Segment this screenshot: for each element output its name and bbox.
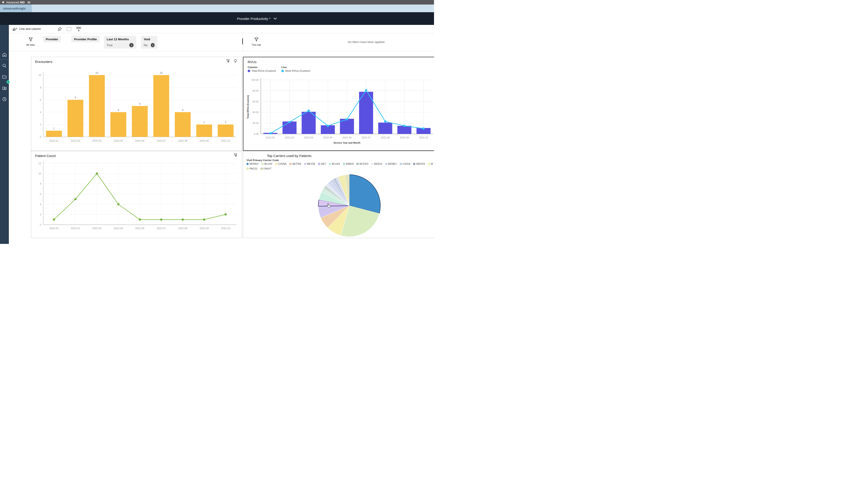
chip-label: Void [144, 38, 155, 41]
svg-text:2022-04: 2022-04 [323, 136, 332, 139]
folder-icon[interactable] [2, 74, 7, 79]
svg-text:2022-04: 2022-04 [114, 227, 123, 230]
tab-strip: AdvancedInsight [0, 4, 434, 12]
svg-text:Total RVUs (Custom): Total RVUs (Custom) [247, 95, 249, 119]
svg-text:10: 10 [96, 71, 98, 74]
widget-filter-icon[interactable] [226, 59, 230, 63]
filter-panel: All tabs Provider Provider Profile Last … [9, 33, 434, 51]
svg-text:100.00: 100.00 [251, 78, 259, 81]
svg-text:2022-02: 2022-02 [71, 139, 80, 142]
report-title: Provider Productivity * [237, 17, 271, 21]
svg-text:4: 4 [40, 111, 41, 113]
home-icon[interactable] [2, 52, 7, 57]
brand-md: MD [20, 1, 25, 4]
rvus-column-line-chart[interactable]: 0.0020.0040.0060.0080.00100.00Total RVUs… [243, 57, 434, 151]
encounters-card: Encounters 0246810161045104222022-012022… [31, 57, 242, 151]
advancedmd-bird-icon [2, 1, 5, 4]
widget-filter-icon[interactable] [233, 153, 238, 158]
filter-chip-void[interactable]: Void No 1 [141, 36, 157, 48]
this-tab-filter-icon[interactable] [254, 37, 259, 42]
svg-text:2022-08: 2022-08 [178, 139, 187, 142]
svg-text:10: 10 [38, 74, 41, 76]
svg-text:2022-06: 2022-06 [135, 139, 144, 142]
patient-count-line-chart[interactable]: 0246810122022-012022-022022-032022-04202… [31, 151, 242, 238]
filter-chip-provider[interactable]: Provider [43, 36, 61, 42]
encounters-title: Encounters [35, 60, 52, 64]
svg-text:2022-10: 2022-10 [221, 227, 230, 230]
svg-text:2022-04: 2022-04 [114, 139, 123, 142]
tab-label: AdvancedInsight [3, 7, 26, 10]
selection-rect-icon[interactable] [67, 27, 71, 31]
search-icon[interactable] [2, 63, 7, 68]
svg-text:2022-09: 2022-09 [200, 227, 209, 230]
chart-type-label[interactable]: Line and column [19, 27, 41, 31]
svg-text:2022-09: 2022-09 [200, 139, 209, 142]
top-brand-bar: AdvancedMD AI [0, 0, 434, 4]
history-clock-icon[interactable] [2, 97, 7, 102]
svg-text:10: 10 [38, 172, 41, 175]
sidebar-divider [0, 59, 9, 60]
svg-text:80.00: 80.00 [252, 89, 259, 92]
svg-text:2022-07: 2022-07 [362, 136, 371, 139]
svg-text:2022-02: 2022-02 [71, 227, 80, 230]
tab-advancedinsight[interactable]: AdvancedInsight [0, 4, 32, 12]
filter-panel-divider-handle[interactable] [242, 38, 243, 44]
svg-text:2: 2 [225, 121, 226, 124]
table-export-icon[interactable] [76, 27, 81, 32]
pin-icon[interactable] [58, 27, 62, 32]
chip-count-badge: 1 [129, 43, 133, 47]
notification-dot [6, 80, 10, 84]
filter-chip-provider-profile[interactable]: Provider Profile [71, 36, 100, 42]
advancedmd-brand: AdvancedMD AI [0, 1, 30, 4]
report-title-chevron-icon [274, 18, 277, 20]
mouse-hand-cursor [326, 203, 332, 208]
chip-count-badge: 1 [151, 43, 155, 47]
svg-text:6: 6 [75, 96, 76, 99]
chip-value: No [144, 43, 148, 47]
svg-text:0.00: 0.00 [254, 133, 259, 135]
svg-text:12: 12 [38, 162, 41, 165]
this-tab-label: This tab [247, 43, 265, 46]
insights-lightbulb-icon[interactable] [233, 59, 238, 63]
top-carriers-title: Top Carriers used by Patients [267, 154, 312, 158]
svg-text:1: 1 [53, 127, 55, 130]
svg-text:8: 8 [40, 182, 41, 185]
svg-text:2022-02: 2022-02 [285, 136, 294, 139]
filter-chip-last-12-months[interactable]: Last 12 Months True 1 [104, 36, 136, 48]
svg-text:60.00: 60.00 [252, 100, 259, 103]
shared-folder-icon[interactable] [2, 86, 7, 91]
svg-text:20.00: 20.00 [252, 122, 259, 124]
top-carriers-card: Top Carriers used by Patients Visit Prim… [243, 151, 434, 238]
rvus-card[interactable]: RVUs Column Total RVUs (Custom) Line Wor… [243, 57, 434, 151]
encounters-bar-chart[interactable]: 0246810161045104222022-012022-022022-032… [31, 57, 242, 151]
svg-text:6: 6 [40, 193, 41, 195]
svg-text:0: 0 [40, 223, 41, 226]
svg-text:2: 2 [204, 121, 205, 124]
chip-label: Provider Profile [74, 38, 97, 41]
svg-text:2022-01: 2022-01 [49, 227, 58, 230]
top-carriers-pie-chart[interactable] [243, 151, 434, 238]
svg-text:2: 2 [40, 213, 41, 216]
svg-text:2022-09: 2022-09 [400, 136, 409, 139]
patient-count-card: Patient Count 0246810122022-012022-02202… [31, 151, 242, 238]
svg-text:10: 10 [160, 71, 162, 74]
brand-ai: AI [27, 1, 30, 4]
svg-text:2022-07: 2022-07 [157, 139, 166, 142]
svg-text:5: 5 [139, 102, 141, 105]
svg-text:2022-07: 2022-07 [157, 227, 166, 230]
all-tabs-filter-icon[interactable] [28, 37, 33, 42]
svg-text:2022-08: 2022-08 [178, 227, 187, 230]
widget-toolbar: Line and column [9, 25, 434, 33]
rvus-title: RVUs [248, 60, 256, 64]
report-title-dropdown[interactable]: Provider Productivity * [229, 12, 285, 25]
left-sidebar [0, 25, 9, 244]
svg-text:0: 0 [40, 135, 41, 138]
svg-text:2022-03: 2022-03 [92, 139, 101, 142]
all-tabs-label: All tabs [22, 43, 40, 46]
svg-text:4: 4 [40, 203, 41, 206]
line-and-column-chart-icon[interactable] [13, 27, 18, 31]
svg-text:8: 8 [40, 86, 41, 89]
svg-text:4: 4 [118, 108, 119, 111]
svg-text:2: 2 [40, 123, 41, 126]
chip-value: True [106, 43, 113, 47]
